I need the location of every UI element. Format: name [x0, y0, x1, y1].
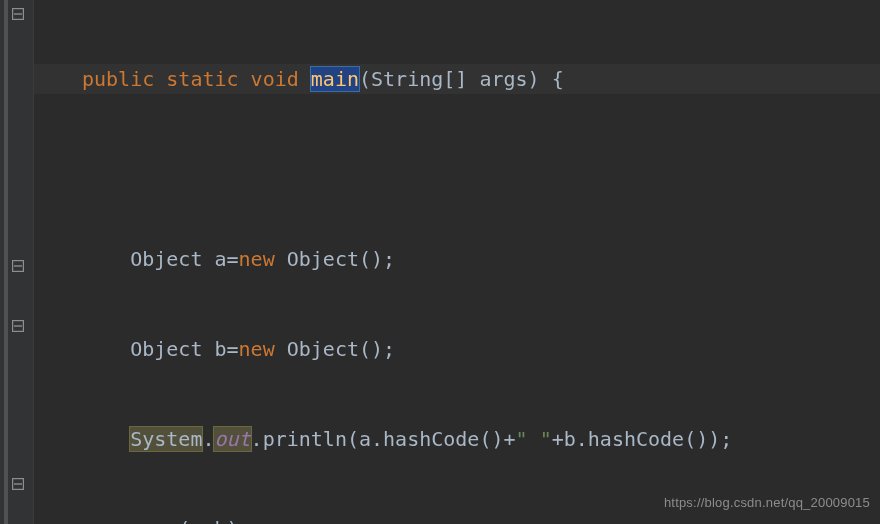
method-hashcode: hashCode: [588, 427, 684, 451]
semicolon: ;: [239, 517, 251, 524]
semicolon: ;: [720, 427, 732, 451]
var-b: b: [564, 427, 576, 451]
fold-handle[interactable]: [12, 260, 24, 272]
paren: (): [684, 427, 708, 451]
brace: {: [552, 67, 564, 91]
code-line[interactable]: public static void main(String[] args) {: [34, 64, 880, 94]
paren: (): [359, 247, 383, 271]
keyword-void: void: [251, 67, 299, 91]
keyword-static: static: [166, 67, 238, 91]
method-println: println: [263, 427, 347, 451]
code-line[interactable]: Object b=new Object();: [34, 334, 880, 364]
fold-handle[interactable]: [12, 478, 24, 490]
dot: .: [576, 427, 588, 451]
var-a: a: [190, 517, 202, 524]
brackets: []: [443, 67, 467, 91]
dot: .: [251, 427, 263, 451]
var-b: b: [214, 337, 226, 361]
semicolon: ;: [383, 337, 395, 361]
paren: (: [178, 517, 190, 524]
keyword-new: new: [239, 247, 275, 271]
code-line[interactable]: [34, 154, 880, 184]
comma: ,: [202, 517, 214, 524]
vcs-stripe: [4, 0, 8, 524]
var-a: a: [359, 427, 371, 451]
dot: .: [371, 427, 383, 451]
paren: ): [227, 517, 239, 524]
op-plus: +: [504, 427, 516, 451]
ctor-object: Object: [287, 247, 359, 271]
paren: ): [708, 427, 720, 451]
var-b: b: [214, 517, 226, 524]
editor-gutter: [0, 0, 34, 524]
type-object: Object: [130, 337, 202, 361]
keyword-public: public: [82, 67, 154, 91]
op-assign: =: [227, 247, 239, 271]
class-system: System: [130, 427, 202, 451]
paren: (: [347, 427, 359, 451]
type-string: String: [371, 67, 443, 91]
paren: ): [528, 67, 540, 91]
code-line[interactable]: System.out.println(a.hashCode()+" "+b.ha…: [34, 424, 880, 454]
field-out: out: [214, 427, 250, 451]
code-editor[interactable]: public static void main(String[] args) {…: [34, 0, 880, 524]
op-plus: +: [552, 427, 564, 451]
type-object: Object: [130, 247, 202, 271]
paren: (: [359, 67, 371, 91]
semicolon: ;: [383, 247, 395, 271]
method-hashcode: hashCode: [383, 427, 479, 451]
dot: .: [202, 427, 214, 451]
var-a: a: [214, 247, 226, 271]
paren: (): [359, 337, 383, 361]
keyword-new: new: [239, 337, 275, 361]
string-literal: " ": [516, 427, 552, 451]
code-line[interactable]: Object a=new Object();: [34, 244, 880, 274]
param-args: args: [479, 67, 527, 91]
method-swap-call: swap: [130, 517, 178, 524]
watermark: https://blog.csdn.net/qq_20009015: [664, 488, 870, 518]
fold-handle[interactable]: [12, 8, 24, 20]
ctor-object: Object: [287, 337, 359, 361]
method-main: main: [311, 67, 359, 91]
op-assign: =: [227, 337, 239, 361]
paren: (): [479, 427, 503, 451]
fold-handle[interactable]: [12, 320, 24, 332]
